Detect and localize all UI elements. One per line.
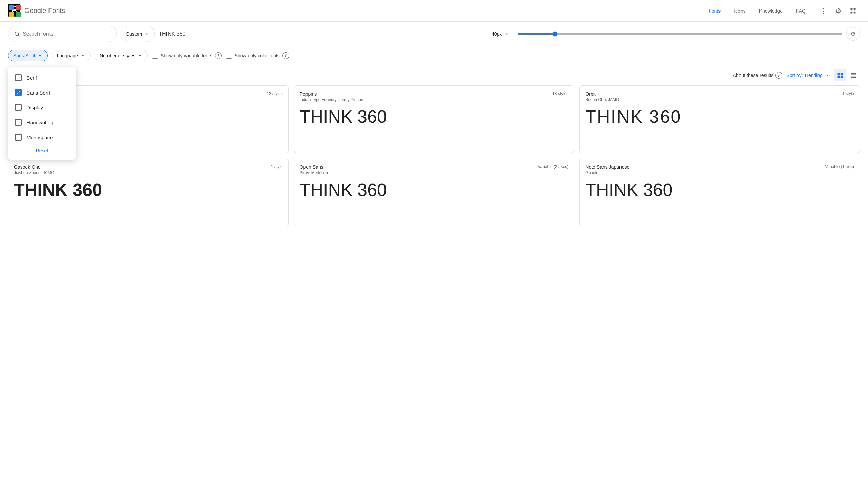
svg-rect-14 [841,76,843,78]
view-toggle [834,69,860,81]
card-header-open-sans: Open Sans Steve Matteson Variable (2 axe… [300,164,569,175]
google-logo-icon: 🅱 [8,4,22,18]
font-size-slider[interactable] [517,33,842,35]
language-chip-label: Language [57,53,78,58]
grid-apps-button[interactable] [846,4,860,18]
svg-rect-18 [851,77,856,78]
dropdown-item-display[interactable]: Display [8,100,76,115]
size-label: 40px [492,31,502,37]
card-header-noto: Noto Sans Japanese Google Variable (1 ax… [585,164,854,175]
display-label: Display [26,105,43,110]
nav-fonts[interactable]: Fonts [703,5,726,16]
search-bar: Custom 40px [0,22,868,46]
styles-count-orbit: 1 style [842,91,854,96]
about-results-text: About these results [733,73,774,78]
category-dropdown: Serif Sans Serif Display Handwriting [8,67,76,160]
styles-chip[interactable]: Number of styles [95,50,148,61]
styles-chip-label: Number of styles [100,53,135,58]
font-card-open-sans[interactable]: Open Sans Steve Matteson Variable (2 axe… [294,159,574,226]
apps-icon [850,7,856,14]
category-chip[interactable]: Sans Serif [8,50,48,61]
handwriting-checkbox[interactable] [15,119,22,126]
variable-info-icon[interactable]: i [215,52,222,59]
svg-rect-15 [851,73,856,74]
svg-rect-5 [851,8,853,10]
grid-view-icon [837,72,844,79]
styles-count-roboto: 12 styles [267,91,282,96]
font-author-noto: Google [585,170,629,175]
list-view-icon [850,72,857,79]
svg-rect-4 [16,12,21,17]
styles-count-open-sans: Variable (2 axes) [538,164,569,169]
sort-selector[interactable]: Sort by: Trending [786,73,830,78]
dropdown-reset-button[interactable]: Reset [8,145,76,157]
svg-rect-7 [851,11,853,13]
font-author-open-sans: Steve Matteson [300,170,328,175]
svg-rect-17 [851,76,856,77]
svg-rect-2 [16,5,21,10]
search-icon [14,30,20,37]
font-card-noto[interactable]: Noto Sans Japanese Google Variable (1 ax… [579,159,860,226]
size-selector[interactable]: 40px [488,28,513,39]
sans-serif-checkbox[interactable] [15,89,22,96]
size-chevron-icon [504,31,509,37]
color-fonts-checkbox[interactable] [226,53,232,59]
category-filter-wrap: Sans Serif Serif Sans Serif Dis [8,50,48,61]
font-card-poppins[interactable]: Poppins Indian Type Foundry, Jonny Pinho… [294,85,574,153]
nav-knowledge[interactable]: Knowledge [754,5,788,16]
svg-rect-13 [838,76,840,78]
font-preview-orbit: ΤΗΙΝΚ 360 [585,106,854,127]
grid-view-button[interactable] [834,69,846,81]
font-card-orbit[interactable]: Orbit Sooun Cho, JAMO 1 style ΤΗΙΝΚ 360 [579,85,860,153]
custom-selector[interactable]: Custom [121,26,155,42]
check-icon [16,90,21,95]
more-options-button[interactable]: ⋮ [816,4,830,18]
results-info-icon[interactable]: i [775,72,782,79]
dropdown-item-sans-serif[interactable]: Sans Serif [8,85,76,100]
preview-text-input[interactable] [159,28,484,40]
card-header-gasoek: Gasoek One Jiashuo Zhang, JAMO 1 style [14,164,283,175]
font-author-orbit: Sooun Cho, JAMO [585,97,619,102]
custom-chevron-icon [144,31,150,37]
font-preview-poppins: THINK 360 [300,106,569,127]
search-input[interactable] [23,31,111,37]
font-name-gasoek: Gasoek One [14,164,54,170]
list-view-button[interactable] [848,69,860,81]
nav-icons[interactable]: Icons [729,5,751,16]
variable-fonts-checkbox[interactable] [152,53,158,59]
card-header-poppins: Poppins Indian Type Foundry, Jonny Pinho… [300,91,569,102]
color-info-icon[interactable]: i [282,52,289,59]
display-checkbox[interactable] [15,104,22,111]
font-author-gasoek: Jiashuo Zhang, JAMO [14,170,54,175]
logo-text: Google Fonts [24,7,65,15]
styles-count-poppins: 18 styles [552,91,568,96]
category-chevron-icon [37,53,43,58]
font-name-open-sans: Open Sans [300,164,328,170]
font-preview-gasoek: THINK 360 [14,179,283,200]
header: 🅱 Google Fonts Fonts Icons Knowledge FAQ… [0,0,868,22]
nav-faq[interactable]: FAQ [791,5,811,16]
font-preview-open-sans: THINK 360 [300,179,569,200]
card-header-orbit: Orbit Sooun Cho, JAMO 1 style [585,91,854,102]
language-chip[interactable]: Language [52,50,91,61]
font-preview-noto: THINK 360 [585,179,854,200]
font-card-gasoek[interactable]: Gasoek One Jiashuo Zhang, JAMO 1 style T… [8,159,289,226]
results-info: About these results i [733,72,783,79]
search-input-wrap [8,26,117,42]
color-fonts-label: Show only color fonts [235,53,280,58]
font-author-poppins: Indian Type Foundry, Jonny Pinhorn [300,97,365,102]
monospace-checkbox[interactable] [15,134,22,141]
styles-count-noto: Variable (1 axis) [825,164,854,169]
dropdown-item-monospace[interactable]: Monospace [8,130,76,145]
variable-fonts-filter: Show only variable fonts i [152,52,222,59]
dropdown-item-handwriting[interactable]: Handwriting [8,115,76,130]
serif-checkbox[interactable] [15,74,22,81]
refresh-button[interactable] [846,27,860,41]
monospace-label: Monospace [26,135,53,140]
font-name-orbit: Orbit [585,91,619,97]
dropdown-item-serif[interactable]: Serif [8,70,76,85]
svg-line-10 [18,35,19,36]
svg-rect-1 [9,5,14,10]
settings-icon-button[interactable]: ⚙ [831,4,845,18]
results-bar: About these results i Sort by: Trending [0,65,868,85]
